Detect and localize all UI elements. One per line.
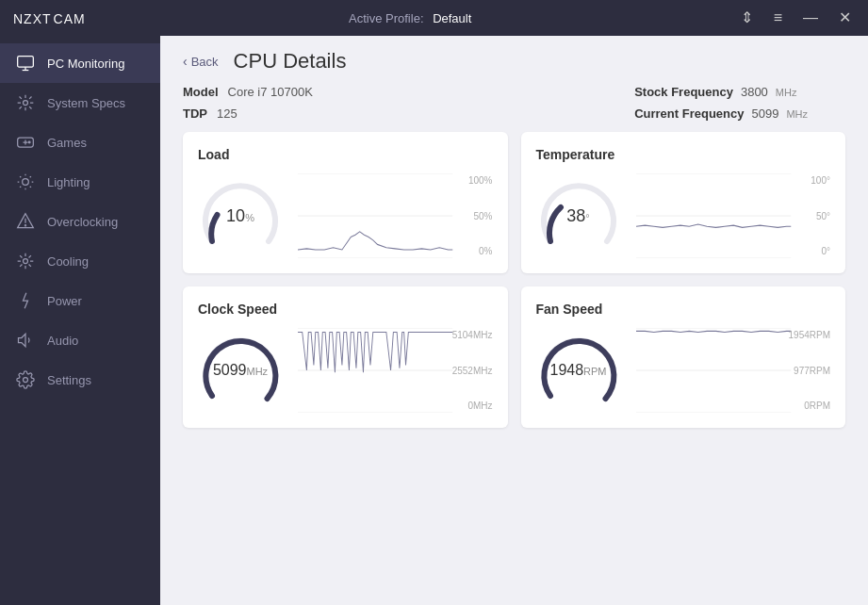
sidebar-label-cooling: Cooling [47, 254, 89, 269]
settings-icon [15, 369, 36, 390]
fan-speed-gauge: 1948RPM [536, 328, 621, 413]
temperature-gauge: 38° [536, 173, 621, 258]
load-gauge-value: 10% [226, 206, 254, 226]
clock-chart-label-0: 0MHz [444, 401, 493, 411]
menu-button[interactable]: ≡ [768, 8, 788, 27]
load-chart: 100% 50% 0% [298, 173, 493, 258]
model-value: Core i7 10700K [228, 85, 313, 99]
page-header: ‹ Back CPU Details [160, 36, 868, 83]
overclocking-icon [15, 211, 36, 232]
model-label: Model [183, 85, 219, 99]
main-layout: PC Monitoring System Specs Games Lightin… [0, 36, 868, 605]
cards-grid: Load 10% [160, 132, 868, 447]
minimize-button[interactable]: — [797, 8, 824, 27]
temp-chart-label-50: 50° [789, 211, 830, 221]
temperature-card-inner: 38° 100° 50° [536, 173, 831, 258]
back-chevron-icon: ‹ [183, 54, 188, 69]
fan-speed-gauge-value: 1948RPM [549, 362, 606, 379]
stock-freq-label: Stock Frequency [634, 85, 733, 99]
clock-speed-card-inner: 5099MHz 5104MHz 2552MHz [198, 328, 493, 413]
cpu-info-row: Model Core i7 10700K TDP 125 Stock Frequ… [160, 83, 868, 132]
clock-speed-card-title: Clock Speed [198, 302, 493, 317]
load-chart-label-50: 50% [451, 211, 493, 221]
current-freq-value: 5099 [751, 106, 778, 121]
active-profile-value: Default [433, 11, 471, 25]
logo-nzxt: NZXT [13, 11, 52, 26]
current-freq-label: Current Frequency [634, 106, 744, 121]
svg-point-9 [25, 225, 26, 226]
logo-cam: CAM [54, 11, 86, 26]
svg-point-5 [28, 141, 30, 143]
back-label: Back [191, 55, 219, 69]
temperature-gauge-value: 38° [566, 206, 589, 226]
temp-chart-label-100: 100° [789, 175, 830, 186]
temperature-card: Temperature 38° [521, 132, 846, 273]
fan-speed-card-inner: 1948RPM 1954RPM 977RPM [536, 328, 831, 413]
clock-speed-chart: 5104MHz 2552MHz 0MHz [298, 328, 493, 413]
sidebar-item-games[interactable]: Games [0, 123, 160, 162]
temperature-card-title: Temperature [536, 147, 831, 162]
sidebar-label-settings: Settings [47, 373, 91, 387]
clock-speed-gauge: 5099MHz [198, 328, 283, 413]
power-icon [15, 290, 36, 311]
fan-chart-label-high: 1954RPM [781, 330, 830, 340]
back-button[interactable]: ‹ Back [183, 54, 219, 69]
cooling-icon [15, 251, 36, 271]
lighting-icon [15, 172, 36, 192]
sidebar-item-cooling[interactable]: Cooling [0, 241, 160, 281]
current-freq-unit: MHz [786, 108, 808, 120]
clock-speed-card: Clock Speed 5099MHz [183, 286, 508, 428]
stock-freq-value: 3800 [741, 85, 768, 99]
window-controls: ⇕ ≡ — ✕ [735, 8, 857, 27]
load-chart-label-0: 0% [451, 246, 493, 256]
svg-point-6 [23, 179, 29, 186]
load-gauge: 10% [198, 173, 283, 258]
sidebar-label-games: Games [47, 136, 87, 150]
profile-switch-button[interactable]: ⇕ [735, 8, 759, 27]
games-icon [15, 132, 36, 153]
sidebar-item-lighting[interactable]: Lighting [0, 162, 160, 202]
page-title: CPU Details [234, 49, 347, 74]
app-logo: NZXTCAM [11, 8, 86, 28]
sidebar-label-system-specs: System Specs [47, 96, 125, 110]
svg-point-11 [24, 378, 28, 383]
load-card-inner: 10% 100% 50% [198, 173, 493, 258]
sidebar-label-lighting: Lighting [47, 175, 90, 189]
sidebar: PC Monitoring System Specs Games Lightin… [0, 36, 160, 605]
sidebar-item-system-specs[interactable]: System Specs [0, 83, 160, 123]
content-area: ‹ Back CPU Details Model Core i7 10700K … [160, 36, 868, 605]
sidebar-label-overclocking: Overclocking [47, 215, 118, 229]
title-bar: NZXTCAM Active Profile: Default ⇕ ≡ — ✕ [0, 0, 868, 36]
tdp-label: TDP [183, 106, 207, 121]
load-card: Load 10% [183, 132, 508, 273]
sidebar-label-pc-monitoring: PC Monitoring [47, 57, 124, 71]
temp-chart-label-0: 0° [789, 246, 830, 256]
svg-point-3 [24, 101, 28, 106]
sidebar-label-audio: Audio [47, 334, 78, 348]
sidebar-item-pc-monitoring[interactable]: PC Monitoring [0, 43, 160, 83]
svg-point-10 [24, 259, 28, 264]
temperature-chart: 100° 50° 0° [636, 173, 831, 258]
sidebar-item-overclocking[interactable]: Overclocking [0, 202, 160, 241]
sidebar-item-power[interactable]: Power [0, 281, 160, 320]
close-button[interactable]: ✕ [833, 8, 857, 27]
fan-speed-card-title: Fan Speed [536, 302, 831, 317]
fan-speed-card: Fan Speed 1948RPM [521, 286, 846, 428]
tdp-value: 125 [217, 106, 237, 121]
active-profile-section: Active Profile: Default [86, 11, 735, 25]
load-card-title: Load [198, 147, 493, 162]
svg-rect-0 [18, 57, 34, 68]
sidebar-item-audio[interactable]: Audio [0, 320, 160, 360]
specs-icon [15, 92, 36, 113]
fan-speed-chart: 1954RPM 977RPM 0RPM [636, 328, 831, 413]
clock-chart-label-mid: 2552MHz [444, 366, 493, 376]
monitor-icon [15, 53, 36, 74]
sidebar-item-settings[interactable]: Settings [0, 360, 160, 400]
sidebar-label-power: Power [47, 294, 82, 308]
stock-freq-unit: MHz [776, 87, 797, 98]
active-profile-label: Active Profile: [349, 11, 423, 25]
fan-chart-label-mid: 977RPM [781, 366, 830, 376]
load-chart-label-100: 100% [451, 175, 493, 186]
audio-icon [15, 330, 36, 351]
clock-speed-gauge-value: 5099MHz [213, 362, 268, 379]
